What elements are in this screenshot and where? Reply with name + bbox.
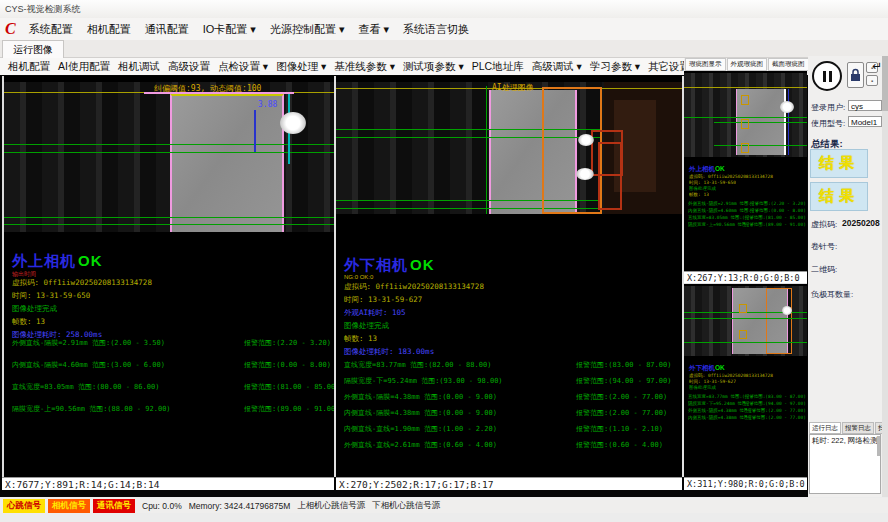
memory-usage: Memory: 3424.41796875M bbox=[189, 501, 291, 511]
upper-camera-result-title: 外上相机OK bbox=[12, 252, 103, 271]
upper-camera-image[interactable]: 纠偏阈值:93, 动态阈值:100 3.88 bbox=[4, 82, 334, 232]
lower-camera-pixel-readout: X:270;Y:2502;R:17;G:17;B:17 bbox=[336, 477, 682, 490]
debris-blob bbox=[578, 134, 594, 146]
lock-button[interactable] bbox=[847, 62, 864, 88]
menu-comm-config[interactable]: 通讯配置 bbox=[139, 20, 195, 39]
sidebar: ▪ ▪ ↵ 登录用户: cys 使用型号: Model1 总结果: 结果 结果 … bbox=[808, 56, 888, 497]
lower-camera-panel[interactable]: AI处理图像 外下相机OK NG:0 OK:0 虚拟码: 0ff1iiw2025… bbox=[336, 76, 682, 477]
tool-image-processing[interactable]: 图像处理 ▾ bbox=[276, 60, 326, 74]
tool-plc-address[interactable]: PLC地址库 bbox=[472, 60, 524, 74]
virtual-code-label: 虚拟码: bbox=[811, 219, 837, 230]
menu-light-config[interactable]: 光源控制配置 ▾ bbox=[264, 20, 351, 39]
pause-button[interactable] bbox=[812, 61, 842, 91]
defect-bottom-title: 外下相机OK bbox=[689, 364, 725, 373]
result-box-lower: 结果 bbox=[810, 182, 868, 211]
login-user-field[interactable]: cys bbox=[848, 100, 882, 111]
virtual-code-value: 20250208 bbox=[842, 218, 880, 228]
debris-blob bbox=[576, 168, 594, 180]
menu-io-config[interactable]: IO卡配置 ▾ bbox=[197, 20, 262, 39]
measurement-row: 外侧直线-直线=2.61mm 范围:(0.60 - 4.00)报警范围:(0.6… bbox=[344, 440, 663, 450]
upper-process-done: 图像处理完成 bbox=[12, 304, 57, 314]
defect-marker bbox=[739, 330, 747, 339]
defect-bottom-image[interactable] bbox=[684, 286, 807, 356]
tool-advanced-settings[interactable]: 高级设置 bbox=[168, 60, 210, 74]
pause-icon bbox=[823, 71, 826, 82]
ok-status: OK bbox=[78, 252, 103, 269]
lower-camera-image[interactable]: AI处理图像 bbox=[336, 82, 682, 214]
measurement-row: 外侧直线-隔膜=2.91mm 范围:(2.00 - 3.50)报警范围:(2.2… bbox=[12, 338, 331, 348]
menu-camera-config[interactable]: 相机配置 bbox=[81, 20, 137, 39]
menu-language[interactable]: 系统语言切换 bbox=[397, 20, 475, 39]
debris-blob bbox=[782, 306, 792, 315]
comm-signal-badge: 通讯信号 bbox=[93, 499, 135, 513]
window-title: CYS-视觉检测系统 bbox=[0, 0, 888, 18]
lower-camera-heartbeat: 下相机心跳信号源 bbox=[372, 500, 440, 512]
measurement-row: 直线宽度=83.05mm 范围:(80.00 - 86.00)报警范围:(81.… bbox=[12, 382, 334, 392]
upper-virtual-code: 虚拟码: 0ff1iiw20250208133134728 bbox=[12, 278, 152, 288]
model-field[interactable]: Model1 bbox=[848, 116, 882, 127]
defect-bottom-panel[interactable]: 外下相机OK 虚拟码: 0ff1iiw20250208133134728 时间:… bbox=[684, 284, 807, 477]
lower-camera-result-title: 外下相机OK bbox=[344, 256, 435, 275]
upper-camera-panel[interactable]: 纠偏阈值:93, 动态阈值:100 3.88 外上相机OK 输出时间 虚拟码: … bbox=[2, 76, 334, 477]
tab-appearance-defect[interactable]: 外观瑕疵图 bbox=[727, 58, 768, 71]
model-label: 使用型号: bbox=[811, 118, 845, 129]
tool-camera-config[interactable]: 相机配置 bbox=[8, 60, 50, 74]
measurement-row: 隔膜宽度-下=95.24mm 范围:(93.00 - 98.00)报警范围:(9… bbox=[344, 376, 671, 386]
lower-process-time: 图像处理耗时: 183.00ms bbox=[344, 347, 434, 357]
debris-blob bbox=[280, 112, 306, 134]
sidebar-scrollbar-track[interactable] bbox=[882, 56, 888, 497]
tab-run-log[interactable]: 运行日志 bbox=[809, 422, 841, 434]
lower-process-done: 图像处理完成 bbox=[344, 321, 389, 331]
tab-defect-display[interactable]: 瑕疵图显示 bbox=[685, 58, 726, 71]
qr-code-label: 二维码: bbox=[811, 264, 837, 275]
tab-run-image[interactable]: 运行图像 bbox=[2, 40, 64, 58]
cpu-usage: Cpu: 0.0% bbox=[142, 501, 182, 511]
tab-section-defect[interactable]: 截面瑕疵图 bbox=[768, 58, 809, 71]
defect-marker bbox=[741, 119, 749, 129]
lower-camera-subtitle: NG:0 OK:0 bbox=[344, 274, 373, 280]
menu-system-config[interactable]: 系统配置 bbox=[23, 20, 79, 39]
status-bar: 心跳信号 相机信号 通讯信号 Cpu: 0.0% Memory: 3424.41… bbox=[0, 498, 888, 513]
tool-baseline-params[interactable]: 基准线参数 ▾ bbox=[334, 60, 395, 74]
ai-image-overlay-text: AI处理图像 bbox=[492, 82, 534, 93]
lower-frame-count: 帧数: 13 bbox=[344, 334, 377, 344]
defect-view-tabs: 瑕疵图显示 外观瑕疵图 截面瑕疵图 bbox=[684, 58, 807, 71]
refresh-button[interactable]: ▪ bbox=[866, 75, 878, 86]
defect-top-image[interactable] bbox=[684, 73, 807, 157]
heartbeat-signal-badge: 心跳信号 bbox=[3, 499, 45, 513]
defect-top-title: 外上相机OK bbox=[689, 165, 725, 174]
tool-test-params[interactable]: 测试项参数 ▾ bbox=[403, 60, 464, 74]
defect-top-panel[interactable]: 外上相机OK 虚拟码: 0ff1iiw20250208133134728 时间:… bbox=[684, 71, 807, 271]
lower-time: 时间: 13-31-59-627 bbox=[344, 295, 422, 305]
menu-bar: C 系统配置 相机配置 通讯配置 IO卡配置 ▾ 光源控制配置 ▾ 查看 ▾ 系… bbox=[0, 18, 888, 40]
measurement-row: 内侧直线-直线=1.90mm 范围:(1.00 - 2.20)报警范围:(1.1… bbox=[344, 424, 663, 434]
defect-top-pixel-readout: X:267;Y:13;R:0;G:0;B:0 bbox=[684, 271, 807, 283]
log-output[interactable]: 耗时: 222, 网络检测耗时: 17, 网络分类耗时: 0, 网络模块分类耗时… bbox=[809, 434, 881, 494]
dot-icon: ▪ bbox=[871, 78, 873, 84]
lower-virtual-code: 虚拟码: 0ff1iiw20250208133134728 bbox=[344, 282, 484, 292]
lower-ai-time: 外观AI耗时: 105 bbox=[344, 308, 406, 318]
debris-blob bbox=[780, 101, 794, 113]
return-arrow-icon: ↵ bbox=[872, 59, 882, 73]
upper-camera-heartbeat: 上相机心跳信号源 bbox=[297, 500, 365, 512]
tool-camera-debug[interactable]: 相机调试 bbox=[118, 60, 160, 74]
tab-alarm-log[interactable]: 报警日志 bbox=[842, 422, 874, 434]
log-scrollbar[interactable] bbox=[877, 436, 880, 456]
login-user-label: 登录用户: bbox=[811, 102, 845, 113]
threshold-overlay-text: 纠偏阈值:93, 动态阈值:100 bbox=[154, 83, 261, 94]
defect-marker bbox=[739, 304, 747, 313]
panel-separator bbox=[334, 76, 336, 477]
camera-signal-badge: 相机信号 bbox=[48, 499, 90, 513]
log-tabs: 运行日志 报警日志 扫码日志 bbox=[808, 422, 882, 434]
ok-status: OK bbox=[410, 256, 435, 273]
tool-advanced-debug[interactable]: 高级调试 ▾ bbox=[532, 60, 582, 74]
sidebar-scrollbar-thumb[interactable] bbox=[882, 56, 888, 111]
tool-learning-params[interactable]: 学习参数 ▾ bbox=[590, 60, 640, 74]
defect-marker bbox=[741, 95, 749, 105]
tool-spot-check[interactable]: 点检设置 ▾ bbox=[218, 60, 268, 74]
upper-camera-pixel-readout: X:7677;Y:891;R:14;G:14;B:14 bbox=[2, 477, 334, 490]
tool-ai-config[interactable]: AI使用配置 bbox=[58, 60, 110, 74]
upper-time: 时间: 13-31-59-650 bbox=[12, 291, 90, 301]
menu-view[interactable]: 查看 ▾ bbox=[352, 20, 395, 39]
winding-pin-label: 卷针号: bbox=[811, 241, 837, 252]
